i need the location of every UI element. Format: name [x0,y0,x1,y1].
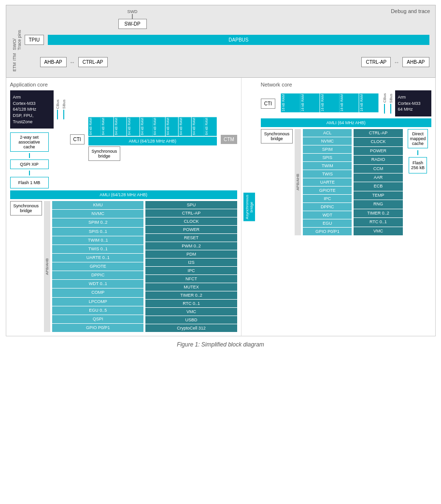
ram-bank-6: 64 kB RAM [153,117,165,136]
app-periph-right-col: SPU CTRL-AP CLOCK POWER RESET PWM 0..2 P… [145,201,237,332]
cryptocell-box: CryptoCell 312 [145,324,237,332]
cbus-sbus-col: CBus [56,100,60,120]
net-sync-col: Synchronous bridge [261,129,293,235]
arm-cortex-box: Arm Cortex-M33 64/128 MHz DSP, FPU, Trus… [10,90,54,129]
ctrlap-net-box: CTRL-AP [354,129,402,137]
acl-box: ACL [303,129,352,137]
cache-line [29,153,30,158]
usbd-box: USBD [145,316,237,324]
tpiu-dapbus-row: SWO/Trace pins TPIU DAPBUS [12,30,429,50]
direct-cache-box: Direct mapped cache [408,129,428,148]
swdp-col: SWD SW-DP [118,9,147,29]
itm-label: ITM [12,53,17,61]
net-ram-banks: 16 kB RAM 16 kB RAM 16 kB RAM 16 kB RAM … [281,93,379,112]
i2s-box: I2S [145,259,237,266]
app-top-row: Arm Cortex-M33 64/128 MHz DSP, FPU, Trus… [10,90,237,188]
nvmc-box-net: NVMC [303,137,352,145]
left-aps: AHB-AP ↔ CTRL-AP [40,57,108,67]
net-cbus-col: CBus [383,93,387,114]
radio-box: RADIO [354,156,402,164]
net-cbus-label: CBus [383,93,387,103]
periph-section: Synchronous bridge APB/AHB KMU NVMC SPIM… [10,201,237,332]
dapbus-box: DAPBUS [48,35,429,45]
sbus-line [63,110,64,119]
main-container: Debug and trace SWD SW-DP SWO/Trace pins… [6,5,436,348]
swd-line [132,14,133,19]
twis01-box: TWIS 0..1 [52,245,143,253]
left-labels: SWO/Trace pins [12,30,22,50]
debug-label: Debug and trace [391,8,430,14]
timer02-box-app: TIMER 0..2 [145,291,237,299]
net-flash-box: Flash 256 kB [409,157,427,173]
async-bridge-box: Asynchronous bridge [243,193,255,221]
gpiote-box-app: GPIOTE [52,262,143,271]
net-periph-right-col: CTRL-AP CLOCK POWER RADIO CCM AAR ECB TE… [354,129,402,235]
aar-box: AAR [354,173,402,182]
clock-box-app: CLOCK [145,217,237,225]
net-core-section: Network core CTI 16 kB RAM 16 kB RAM 16 … [257,78,435,336]
cbus-line [57,110,58,119]
twis-box-net: TWIS [303,170,352,178]
rtc01-box-net: RTC 0..1 [354,218,402,226]
app-core-label: Application core [10,82,237,87]
qspi-periph-box: QSPI [52,315,143,323]
net-sbus-label: SBus [389,94,393,103]
net-right-col: Direct mapped cache Flash 256 kB [405,129,431,235]
app-core-section: Application core Arm Cortex-M33 64/128 M… [6,78,242,336]
timer02-box-net: TIMER 0..2 [354,209,402,217]
dppic-box-app: DPPIC [52,271,143,279]
sbus-label: SBus [62,100,66,109]
ctm-box: CTM [221,135,237,144]
ipc-box-net: IPC [303,195,352,202]
net-periph-section: Synchronous bridge APB/AHB ACL NVMC SPIM… [261,129,431,235]
net-ram-5: 16 kB RAM [359,93,379,112]
wdt01-box: WDT 0..1 [52,280,143,288]
ram-bank-1: 64 kB RAM [88,117,101,136]
net-arm-col: CBus SBus Arm Cortex-M33 64 MHz [383,90,431,116]
net-cache-line [417,150,418,155]
net-sbus-line [390,104,391,114]
vmc-box-app: VMC [145,308,237,316]
ram-bank-2: 64 kB RAM [101,117,114,136]
sync2-col: Synchronous bridge [10,201,43,332]
clock-box-net: CLOCK [354,138,402,146]
cti-col: CTI [70,134,85,144]
cache-box: 2-way set associative cache [10,132,49,152]
rtc01-box-app: RTC 0..1 [145,300,237,307]
pdm-box: PDM [145,250,237,258]
ap-row: ITM ETM AHB-AP ↔ CTRL-AP CTRL-AP ↔ AHB-A… [12,53,429,72]
ctrlap1-box: CTRL-AP [78,57,108,67]
net-core-label: Network core [261,82,431,87]
ram-bank-7: 64 kB RAM [166,117,178,136]
apb-ahb-label-net: APB/AHB [295,129,301,235]
ram-bank-4: 64 kB RAM [127,117,140,136]
twim01-box: TWIM 0..1 [52,236,143,245]
cores-area: Application core Arm Cortex-M33 64/128 M… [6,78,436,336]
sbus-col: SBus [62,100,66,119]
cti-box: CTI [70,134,85,144]
dppic-box-net: DPPIC [303,203,352,211]
async-bridge-col: Asynchronous bridge [242,78,257,336]
ram-bank-5: 64 kB RAM [140,117,153,136]
gpio-p01-box-net: GPIO P0/P1 [303,228,352,235]
figure-caption: Figure 1: Simplified block diagram [6,341,436,348]
net-top-row: CTI 16 kB RAM 16 kB RAM 16 kB RAM 16 kB … [261,90,431,116]
ahbap2-box: AHB-AP [402,57,429,67]
ipc-box-app: IPC [145,267,237,274]
net-ram-section: 16 kB RAM 16 kB RAM 16 kB RAM 16 kB RAM … [281,93,379,113]
ram-bank-3: 64 kB RAM [114,117,127,136]
net-ram-3: 16 kB RAM [320,93,340,112]
ram-banks-row: 64 kB RAM 64 kB RAM 64 kB RAM 64 kB RAM … [88,117,217,136]
ccm-box: CCM [354,165,402,173]
uarte01-box: UARTE 0..1 [52,254,143,262]
comp-box: COMP [52,288,143,297]
ctm-col: CTM [221,135,237,144]
power-box-net: POWER [354,147,402,155]
ram-bank-8: 64 kB RAM [179,117,191,136]
net-arm-box: Arm Cortex-M33 64 MHz [395,90,431,116]
sync-bridge-1-row: Synchronous bridge [88,146,217,161]
spis01-box: SPIS 0..1 [52,228,143,236]
app-periph-left-col: KMU NVMC SPIM 0..2 SPIS 0..1 TWIM 0..1 T… [52,201,143,332]
amli1-box: AMLI (64/128 MHz AHB) [88,137,217,145]
ahbap1-box: AHB-AP [40,57,67,67]
